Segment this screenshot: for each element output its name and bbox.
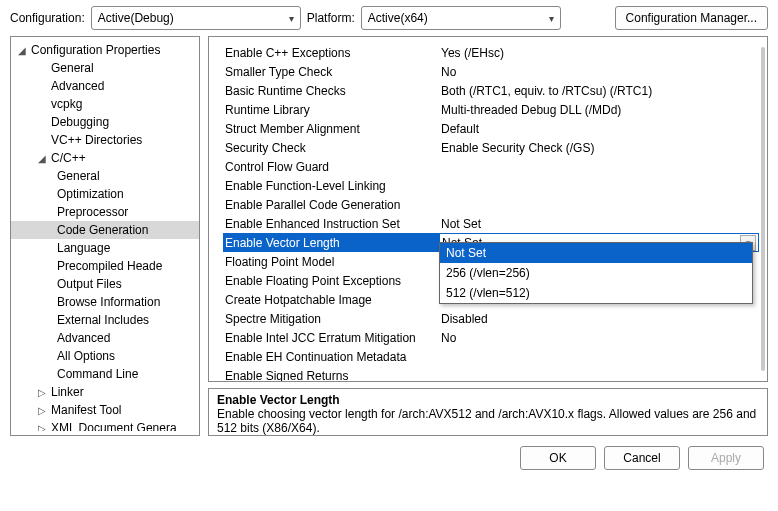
grid-row[interactable]: Security CheckEnable Security Check (/GS… [223, 138, 759, 157]
description-body: Enable choosing vector length for /arch:… [217, 407, 759, 435]
topbar: Configuration: Active(Debug) ▾ Platform:… [0, 0, 778, 36]
config-manager-button[interactable]: Configuration Manager... [615, 6, 768, 30]
grid-row[interactable]: Smaller Type CheckNo [223, 62, 759, 81]
tree-item-cpp[interactable]: ◢C/C++ [11, 149, 199, 167]
grid-name: Control Flow Guard [223, 160, 439, 174]
grid-row[interactable]: Enable EH Continuation Metadata [223, 347, 759, 366]
grid-value: No [439, 331, 759, 345]
grid-row[interactable]: Runtime LibraryMulti-threaded Debug DLL … [223, 100, 759, 119]
grid-row[interactable]: Enable Enhanced Instruction SetNot Set [223, 214, 759, 233]
grid-name: Enable Parallel Code Generation [223, 198, 439, 212]
tree-root[interactable]: ◢ Configuration Properties [11, 41, 199, 59]
tree-item-xmldoc[interactable]: ▷XML Document Genera [11, 419, 199, 431]
tree-panel: ◢ Configuration Properties General Advan… [10, 36, 200, 436]
expand-icon[interactable]: ▷ [35, 387, 49, 398]
grid-name: Enable Enhanced Instruction Set [223, 217, 439, 231]
grid-name: Enable Floating Point Exceptions [223, 274, 439, 288]
grid-name: Enable Vector Length [223, 236, 439, 250]
dropdown-option[interactable]: 256 (/vlen=256) [440, 263, 752, 283]
grid-name: Enable EH Continuation Metadata [223, 350, 439, 364]
description-panel: Enable Vector Length Enable choosing vec… [208, 388, 768, 436]
expand-icon[interactable]: ▷ [35, 423, 49, 432]
tree-item-cpp-output[interactable]: Output Files [11, 275, 199, 293]
dropdown-option[interactable]: Not Set [440, 243, 752, 263]
grid-name: Runtime Library [223, 103, 439, 117]
grid-value: Enable Security Check (/GS) [439, 141, 759, 155]
grid-row[interactable]: Control Flow Guard [223, 157, 759, 176]
tree-item-vcpkg[interactable]: vcpkg [11, 95, 199, 113]
vector-length-dropdown[interactable]: Not Set 256 (/vlen=256) 512 (/vlen=512) [439, 242, 753, 304]
grid-name: Enable C++ Exceptions [223, 46, 439, 60]
apply-button[interactable]: Apply [688, 446, 764, 470]
grid-row[interactable]: Enable C++ ExceptionsYes (/EHsc) [223, 43, 759, 62]
tree-item-advanced[interactable]: Advanced [11, 77, 199, 95]
tree[interactable]: ◢ Configuration Properties General Advan… [11, 41, 199, 431]
grid-row[interactable]: Enable Signed Returns [223, 366, 759, 382]
tree-item-cpp-browse[interactable]: Browse Information [11, 293, 199, 311]
platform-value: Active(x64) [368, 11, 428, 25]
grid-name: Security Check [223, 141, 439, 155]
grid-value: No [439, 65, 759, 79]
tree-item-general[interactable]: General [11, 59, 199, 77]
chevron-down-icon: ▾ [549, 13, 554, 24]
grid-name: Struct Member Alignment [223, 122, 439, 136]
grid-name: Enable Intel JCC Erratum Mitigation [223, 331, 439, 345]
description-title: Enable Vector Length [217, 393, 759, 407]
config-combo[interactable]: Active(Debug) ▾ [91, 6, 301, 30]
expand-icon[interactable]: ▷ [35, 405, 49, 416]
grid-value: Both (/RTC1, equiv. to /RTCsu) (/RTC1) [439, 84, 759, 98]
grid-name: Create Hotpatchable Image [223, 293, 439, 307]
grid-row[interactable]: Basic Runtime ChecksBoth (/RTC1, equiv. … [223, 81, 759, 100]
grid-value: Disabled [439, 312, 759, 326]
tree-item-debugging[interactable]: Debugging [11, 113, 199, 131]
tree-item-cpp-external[interactable]: External Includes [11, 311, 199, 329]
collapse-icon[interactable]: ◢ [15, 45, 29, 56]
tree-item-cpp-general[interactable]: General [11, 167, 199, 185]
tree-item-linker[interactable]: ▷Linker [11, 383, 199, 401]
tree-item-cpp-codegen[interactable]: Code Generation [11, 221, 199, 239]
grid-row[interactable]: Struct Member AlignmentDefault [223, 119, 759, 138]
tree-item-vcdirs[interactable]: VC++ Directories [11, 131, 199, 149]
grid-name: Basic Runtime Checks [223, 84, 439, 98]
grid-value: Multi-threaded Debug DLL (/MDd) [439, 103, 759, 117]
tree-item-cpp-preprocessor[interactable]: Preprocessor [11, 203, 199, 221]
footer: OK Cancel Apply [0, 436, 778, 470]
property-grid: Enable C++ ExceptionsYes (/EHsc)Smaller … [208, 36, 768, 382]
grid-name: Smaller Type Check [223, 65, 439, 79]
dropdown-option[interactable]: 512 (/vlen=512) [440, 283, 752, 303]
cancel-button[interactable]: Cancel [604, 446, 680, 470]
tree-item-cpp-language[interactable]: Language [11, 239, 199, 257]
grid-value: Not Set [439, 217, 759, 231]
platform-label: Platform: [307, 11, 355, 25]
config-label: Configuration: [10, 11, 85, 25]
collapse-icon[interactable]: ◢ [35, 153, 49, 164]
grid-value: Yes (/EHsc) [439, 46, 759, 60]
grid-row[interactable]: Spectre MitigationDisabled [223, 309, 759, 328]
tree-item-manifest[interactable]: ▷Manifest Tool [11, 401, 199, 419]
ok-button[interactable]: OK [520, 446, 596, 470]
grid-row[interactable]: Enable Parallel Code Generation [223, 195, 759, 214]
config-value: Active(Debug) [98, 11, 174, 25]
grid-value: Default [439, 122, 759, 136]
tree-item-cpp-cmdline[interactable]: Command Line [11, 365, 199, 383]
tree-item-cpp-optimization[interactable]: Optimization [11, 185, 199, 203]
grid-row[interactable]: Enable Intel JCC Erratum MitigationNo [223, 328, 759, 347]
tree-item-cpp-pch[interactable]: Precompiled Heade [11, 257, 199, 275]
grid-row[interactable]: Enable Function-Level Linking [223, 176, 759, 195]
grid-name: Floating Point Model [223, 255, 439, 269]
grid-name: Enable Function-Level Linking [223, 179, 439, 193]
tree-item-cpp-alloptions[interactable]: All Options [11, 347, 199, 365]
chevron-down-icon: ▾ [289, 13, 294, 24]
grid-name: Spectre Mitigation [223, 312, 439, 326]
tree-item-cpp-advanced[interactable]: Advanced [11, 329, 199, 347]
grid-name: Enable Signed Returns [223, 369, 439, 383]
platform-combo[interactable]: Active(x64) ▾ [361, 6, 561, 30]
